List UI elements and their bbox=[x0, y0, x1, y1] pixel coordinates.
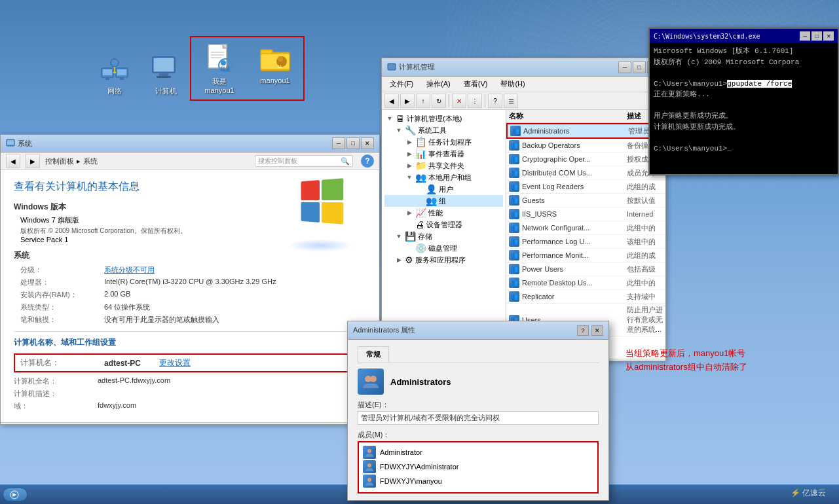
tree-expand-users[interactable]: ▼ bbox=[405, 173, 413, 181]
tree-performance[interactable]: ▶ 📈 性能 bbox=[384, 207, 503, 219]
start-button[interactable] bbox=[3, 488, 28, 501]
crypto-icon: 👥 bbox=[509, 154, 519, 164]
tree-shared-folders[interactable]: ▶ 📁 共享文件夹 bbox=[384, 160, 503, 171]
cmd-close[interactable]: ✕ bbox=[823, 31, 834, 41]
tab-general[interactable]: 常规 bbox=[358, 346, 389, 363]
rating-link[interactable]: 系统分级不可用 bbox=[104, 265, 155, 275]
admin-dialog-controls[interactable]: ? ✕ bbox=[577, 325, 603, 336]
close-button[interactable]: ✕ bbox=[361, 137, 374, 149]
member-fdwxyjy-admin[interactable]: FDWXYJY\Administrator bbox=[362, 459, 595, 474]
toolbar-forward[interactable]: ▶ bbox=[400, 94, 415, 108]
minimize-button[interactable]: ─ bbox=[332, 137, 345, 149]
system-window-controls[interactable]: ─ □ ✕ bbox=[332, 137, 374, 149]
tree-icon-perf: 📈 bbox=[415, 207, 426, 218]
mgmt-row-power[interactable]: 👥 Power Users 包括高级 bbox=[506, 262, 665, 276]
tree-expand-tools[interactable]: ▼ bbox=[395, 126, 403, 134]
tree-expand-shared[interactable]: ▶ bbox=[405, 162, 413, 170]
menu-help[interactable]: 帮助(H) bbox=[498, 78, 527, 90]
help-button[interactable]: ? bbox=[361, 154, 374, 168]
tree-expand-services[interactable]: ▶ bbox=[395, 256, 403, 264]
tree-expand-root[interactable]: ▼ bbox=[386, 115, 394, 122]
cmd-line-3 bbox=[654, 67, 834, 79]
desktop: 网络 计算机 bbox=[0, 0, 839, 504]
mgmt-row-crypto[interactable]: 👥 Cryptographic Oper... 授权成员 bbox=[506, 153, 665, 166]
admin-close-btn[interactable]: ✕ bbox=[591, 325, 603, 336]
svg-rect-30 bbox=[388, 63, 396, 70]
tree-users[interactable]: 👤 用户 bbox=[384, 183, 503, 195]
mgmt-row-backup[interactable]: 👥 Backup Operators 备份操作 bbox=[506, 139, 665, 153]
maximize-button[interactable]: □ bbox=[346, 137, 360, 149]
mgmt-row-rdp[interactable]: 👥 Remote Desktop Us... 此组中的 bbox=[506, 276, 665, 290]
cmd-maximize[interactable]: □ bbox=[811, 31, 822, 41]
toolbar-properties[interactable]: ⋮ bbox=[468, 94, 482, 108]
mgmt-row-dcom[interactable]: 👥 Distributed COM Us... 成员允许 bbox=[506, 166, 665, 180]
toolbar-delete[interactable]: ✕ bbox=[452, 94, 466, 108]
tree-event-viewer[interactable]: ▶ 📊 事件查看器 bbox=[384, 148, 503, 160]
cmd-line-7: 用户策略更新成功完成。 bbox=[654, 111, 834, 122]
tree-services[interactable]: ▶ ⚙ 服务和应用程序 bbox=[384, 254, 503, 266]
perfmon-name: 👥 Performance Monit... bbox=[509, 250, 627, 261]
windows-logo bbox=[288, 180, 353, 245]
member-fdwxyjy-manyou-name: FDWXYJY\manyou bbox=[380, 477, 442, 485]
mgmt-row-replicator[interactable]: 👥 Replicator 支持域中 bbox=[506, 290, 665, 304]
back-button[interactable]: ◀ bbox=[6, 154, 20, 168]
tree-local-users[interactable]: ▼ 👥 本地用户和组 bbox=[384, 171, 503, 183]
folder-manyou1-icon[interactable]: U manyou1 bbox=[252, 43, 298, 94]
tree-expand-storage[interactable]: ▼ bbox=[395, 232, 403, 240]
tree-expand-task[interactable]: ▶ bbox=[405, 138, 413, 146]
dcom-icon: 👥 bbox=[509, 168, 519, 178]
svg-rect-5 bbox=[120, 77, 124, 80]
dcom-name: 👥 Distributed COM Us... bbox=[509, 168, 627, 178]
computer-name-section-wrapper: 计算机名称、域和工作组设置 计算机名： adtest-PC 更改设置 计算机全名… bbox=[14, 331, 366, 412]
search-icon[interactable]: 🔍 bbox=[341, 157, 350, 166]
os-type-value: 64 位操作系统 bbox=[104, 302, 150, 312]
tree-device-manager[interactable]: 🖨 设备管理器 bbox=[384, 219, 503, 230]
mgmt-maximize-button[interactable]: □ bbox=[633, 62, 646, 73]
admin-help-btn[interactable]: ? bbox=[577, 325, 589, 336]
mgmt-titlebar: 计算机管理 ─ □ ✕ bbox=[382, 58, 665, 77]
toolbar-view[interactable]: ☰ bbox=[504, 94, 518, 108]
computer-icon-desktop[interactable]: 计算机 bbox=[143, 52, 189, 96]
mgmt-row-netconfig[interactable]: 👥 Network Configurat... 此组中的 bbox=[506, 221, 665, 235]
cmd-controls[interactable]: ─ □ ✕ bbox=[800, 31, 834, 41]
mgmt-row-perfmon[interactable]: 👥 Performance Monit... 此组的成 bbox=[506, 249, 665, 262]
cmd-minimize[interactable]: ─ bbox=[800, 31, 810, 41]
toolbar-help[interactable]: ? bbox=[488, 94, 502, 108]
search-bar[interactable]: 搜索控制面板 🔍 bbox=[255, 155, 353, 167]
rdp-desc: 此组中的 bbox=[627, 278, 663, 288]
tree-icon-disk: 💿 bbox=[415, 243, 426, 253]
mgmt-row-perflog[interactable]: 👥 Performance Log U... 该组中的 bbox=[506, 235, 665, 249]
menu-file[interactable]: 文件(F) bbox=[387, 78, 416, 90]
member-administrator[interactable]: Administrator bbox=[362, 445, 595, 459]
forward-button[interactable]: ▶ bbox=[26, 154, 40, 168]
admin-group-name: Administrators bbox=[390, 377, 451, 387]
tree-groups[interactable]: 👥 组 bbox=[384, 195, 503, 207]
toolbar-divider bbox=[449, 94, 449, 107]
tree-task-scheduler[interactable]: ▶ 📋 任务计划程序 bbox=[384, 136, 503, 148]
doc-manyou1-icon[interactable]: 我是 我是manyou1 bbox=[196, 43, 242, 94]
tree-expand-perf[interactable]: ▶ bbox=[405, 209, 413, 217]
admin-desc-section: 描述(E)： 管理员对计算机/域有不受限制的完全访问权 bbox=[358, 400, 599, 425]
toolbar-refresh[interactable]: ↻ bbox=[432, 94, 446, 108]
member-fdwxyjy-manyou[interactable]: FDWXYJY\manyou bbox=[362, 474, 595, 488]
mgmt-row-eventlog[interactable]: 👥 Event Log Readers 此组的成 bbox=[506, 180, 665, 194]
tree-storage[interactable]: ▼ 💾 存储 bbox=[384, 230, 503, 242]
tree-disk-mgmt[interactable]: 💿 磁盘管理 bbox=[384, 242, 503, 254]
tree-expand-event[interactable]: ▶ bbox=[405, 150, 413, 158]
menu-action[interactable]: 操作(A) bbox=[424, 78, 453, 90]
network-icon-desktop[interactable]: 网络 bbox=[92, 52, 138, 96]
toolbar-back[interactable]: ◀ bbox=[384, 94, 399, 108]
tree-icon-task: 📋 bbox=[415, 137, 426, 147]
mgmt-row-iis[interactable]: 👥 IIS_IUSRS Interned bbox=[506, 207, 665, 221]
folder-manyou1-label: manyou1 bbox=[260, 77, 289, 84]
svg-rect-12 bbox=[157, 76, 171, 78]
tree-root[interactable]: ▼ 🖥 计算机管理(本地) bbox=[384, 113, 503, 124]
tree-system-tools[interactable]: ▼ 🔧 系统工具 bbox=[384, 124, 503, 136]
mgmt-row-guests[interactable]: 👥 Guests 按默认值 bbox=[506, 194, 665, 207]
mgmt-minimize-button[interactable]: ─ bbox=[618, 62, 631, 73]
menu-view[interactable]: 查看(V) bbox=[461, 78, 491, 90]
toolbar-up[interactable]: ↑ bbox=[416, 94, 430, 108]
change-settings-link[interactable]: 更改设置 bbox=[159, 357, 191, 369]
nav-toolbar: ◀ ▶ 控制面板 ▸ 系统 搜索控制面板 🔍 ? bbox=[1, 153, 379, 170]
mgmt-row-administrators[interactable]: 👥 Administrators 管理员对 bbox=[506, 123, 665, 139]
